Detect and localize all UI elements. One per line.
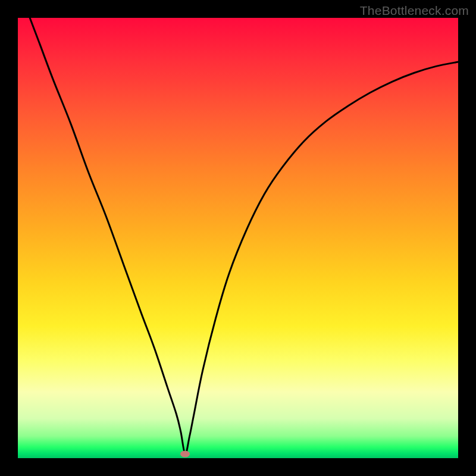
curve-svg — [18, 18, 458, 458]
bottleneck-curve — [18, 0, 458, 454]
watermark-text: TheBottleneck.com — [360, 4, 469, 18]
plot-area — [18, 18, 458, 458]
chart-frame: TheBottleneck.com — [0, 0, 476, 476]
minimum-marker — [180, 450, 190, 457]
